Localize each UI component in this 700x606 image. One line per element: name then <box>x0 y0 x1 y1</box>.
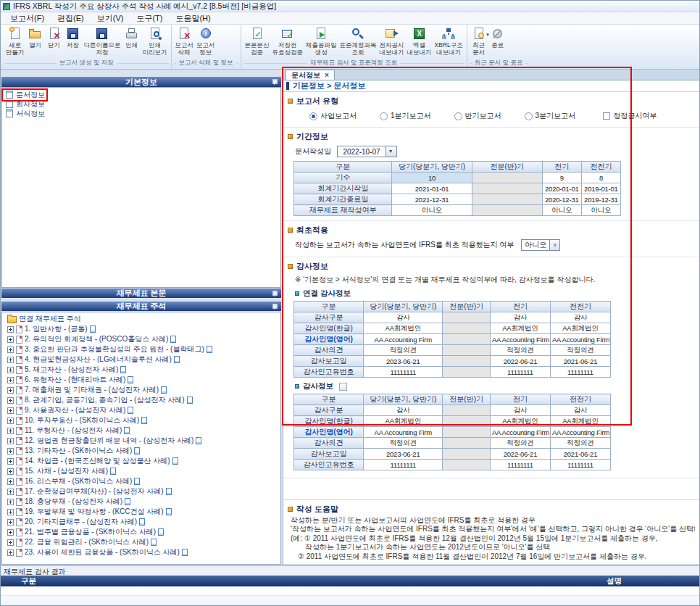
toolbar-button[interactable]: 최근 문서 ▾ <box>470 25 488 57</box>
table-cell[interactable]: AA회계법인 <box>364 416 443 427</box>
toolbar-button[interactable]: 본문분신 검증 <box>243 25 271 57</box>
table-cell[interactable]: 2020-12-31 <box>542 194 581 205</box>
toolbar-button[interactable]: 전자공시 내보내기 <box>378 25 406 57</box>
table-cell[interactable]: 8 <box>581 173 620 183</box>
notes-tree-item[interactable]: 3. 중요한 판단과 추정불확실성의 주요 원천 - (블락태그) <box>4 344 280 354</box>
expand-icon[interactable] <box>7 509 14 515</box>
notes-tree-item[interactable]: 5. 재고자산 - (삼성전자 사례) <box>4 365 280 375</box>
table-cell[interactable]: AA회계법인 <box>490 416 550 427</box>
table-cell[interactable]: 적정의견 <box>550 345 610 356</box>
table-cell[interactable]: 감사 <box>550 312 610 323</box>
table-cell[interactable]: AA Accounting Firm <box>364 334 443 345</box>
toolbar-button[interactable]: 새로 만들기 <box>4 25 26 57</box>
notes-tree-item[interactable]: 1. 일반사항 - (공통) <box>4 324 280 334</box>
notes-tree-item[interactable]: 6. 유형자산 - (현대리바트 사례) <box>4 375 280 385</box>
notes-tree-item[interactable]: 2. 유의적인 회계정책 - (POSCO홀딩스 사례) <box>4 334 280 344</box>
notes-tree-item[interactable]: 14. 차입금 - (한국조선해양 및 삼성물산 사례) <box>4 456 280 466</box>
table-cell[interactable]: 2021-12-31 <box>392 194 472 205</box>
toolbar-button[interactable]: 열기 <box>26 25 45 51</box>
expand-icon[interactable] <box>7 326 14 333</box>
fs-notes-header[interactable]: 재무제표 주석 <box>1 302 281 311</box>
table-cell[interactable]: 적정의견 <box>490 345 550 356</box>
table-cell[interactable] <box>443 334 491 345</box>
expand-icon[interactable] <box>7 418 14 424</box>
sidebar-item[interactable]: 문서정보 <box>2 90 280 99</box>
table-cell[interactable]: 2021-06-21 <box>550 449 610 460</box>
notes-tree-item[interactable]: 20. 기타지급채무 - (삼성전자 사례) <box>4 517 280 527</box>
table-cell[interactable]: 감사 <box>364 405 443 416</box>
notes-tree-item[interactable]: 8. 관계기업, 공동기업, 종속기업 - (삼성전자 사례) <box>4 395 280 405</box>
table-cell[interactable]: 2020-01-01 <box>542 183 581 194</box>
toolbar-button[interactable]: 보고서 정보 <box>195 25 217 57</box>
table-cell[interactable]: 2021-01-01 <box>392 183 472 194</box>
notes-tree-item[interactable]: 19. 우발부채 및 약정사항 - (KCC건설 사례) <box>4 507 280 517</box>
toolbar-button[interactable]: 보고서 삭제 <box>174 25 196 57</box>
toolbar-button[interactable]: 인쇄 <box>122 25 141 51</box>
attachment-icon[interactable] <box>141 417 147 424</box>
table-cell[interactable] <box>472 183 542 194</box>
toolbar-button[interactable]: XBRL구조 내보내기 <box>433 25 464 57</box>
table-cell[interactable]: 11111111 <box>550 367 610 378</box>
table-cell[interactable]: 2023-06-21 <box>364 356 443 367</box>
table-cell[interactable]: 2023-06-21 <box>364 449 443 460</box>
audit-extra-icon[interactable] <box>339 383 347 391</box>
table-cell[interactable] <box>443 427 491 438</box>
expand-icon[interactable] <box>7 539 14 546</box>
table-cell[interactable]: 11111111 <box>490 460 550 470</box>
table-cell[interactable] <box>472 205 542 216</box>
expand-icon[interactable] <box>7 377 14 383</box>
table-cell[interactable]: 2022-06-21 <box>490 449 550 460</box>
table-cell[interactable]: 11111111 <box>490 367 550 378</box>
notes-tree-item[interactable]: 23. 사용이 제한된 금융상품 - (SK하이닉스 사례) <box>4 547 280 557</box>
attachment-icon[interactable] <box>134 447 140 454</box>
report-type-radio[interactable]: 반기보고서 <box>454 111 501 121</box>
table-cell[interactable]: 11111111 <box>364 367 443 378</box>
attachment-icon[interactable] <box>170 336 176 343</box>
attachment-icon[interactable] <box>166 488 172 495</box>
sidebar-item[interactable]: 회사정보 <box>2 99 280 109</box>
radio-icon[interactable] <box>309 112 317 120</box>
notes-tree-item[interactable]: 16. 리스부채 - (SK하이닉스 사례) <box>4 476 280 486</box>
table-cell[interactable] <box>443 367 491 378</box>
expand-icon[interactable] <box>7 336 14 343</box>
attachment-icon[interactable] <box>172 457 178 465</box>
correction-disclosure-checkbox[interactable]: 정정공시여부 <box>603 111 657 121</box>
attachment-icon[interactable] <box>125 498 130 505</box>
expand-icon[interactable] <box>7 468 14 475</box>
attachment-icon[interactable] <box>128 407 133 414</box>
report-type-radio[interactable]: 3분기보고서 <box>525 111 576 121</box>
attachment-icon[interactable] <box>128 376 133 383</box>
notes-tree-item[interactable]: 15. 사채 - (삼성전자 사례) <box>4 466 280 476</box>
table-cell[interactable]: 아니오 <box>581 205 620 216</box>
table-cell[interactable] <box>443 405 491 416</box>
attachment-icon[interactable] <box>196 437 201 444</box>
expand-icon[interactable] <box>7 489 14 495</box>
toolbar-button[interactable]: 엑셀 내보내기 <box>406 25 433 57</box>
table-cell[interactable]: 11111111 <box>364 460 443 470</box>
toolbar-button[interactable]: 저장 <box>64 25 83 51</box>
pin-icon[interactable] <box>272 290 278 297</box>
radio-icon[interactable] <box>380 112 388 120</box>
toolbar-button[interactable]: 표준계정과목 조회 <box>338 25 378 57</box>
toolbar-button[interactable]: 제출용파일 생성 <box>304 25 338 57</box>
table-cell[interactable]: AA Accounting Firm <box>550 334 610 345</box>
table-cell[interactable]: 2021-06-21 <box>550 356 610 367</box>
toolbar-button[interactable]: 저장전 유효성검증 <box>271 25 305 57</box>
table-cell[interactable]: 적정의견 <box>490 438 550 449</box>
expand-icon[interactable] <box>7 549 14 556</box>
table-cell[interactable]: 2019-01-01 <box>581 183 620 194</box>
table-cell[interactable]: AA Accounting Firm <box>550 427 610 438</box>
table-cell[interactable]: 2019-12-31 <box>581 194 620 205</box>
notes-tree-item[interactable]: 18. 충당부채 - (삼성전자 사례) <box>4 497 280 507</box>
expand-icon[interactable] <box>7 367 14 373</box>
expand-icon[interactable] <box>7 499 14 505</box>
table-cell[interactable]: 적정의견 <box>550 438 610 449</box>
toolbar-button[interactable]: 인쇄 미리보기 <box>141 25 169 57</box>
table-cell[interactable] <box>443 356 491 367</box>
notes-tree-item[interactable]: 7. 매출채권 및 기타채권 - (삼성전자 사례) <box>4 385 280 395</box>
attachment-icon[interactable] <box>207 346 212 353</box>
expand-icon[interactable] <box>7 519 14 526</box>
notes-tree-item[interactable]: 11. 무형자산 - (삼성전자 사례) <box>4 426 280 436</box>
table-cell[interactable]: AA회계법인 <box>550 416 610 427</box>
tab-close-icon[interactable]: × <box>325 72 329 79</box>
